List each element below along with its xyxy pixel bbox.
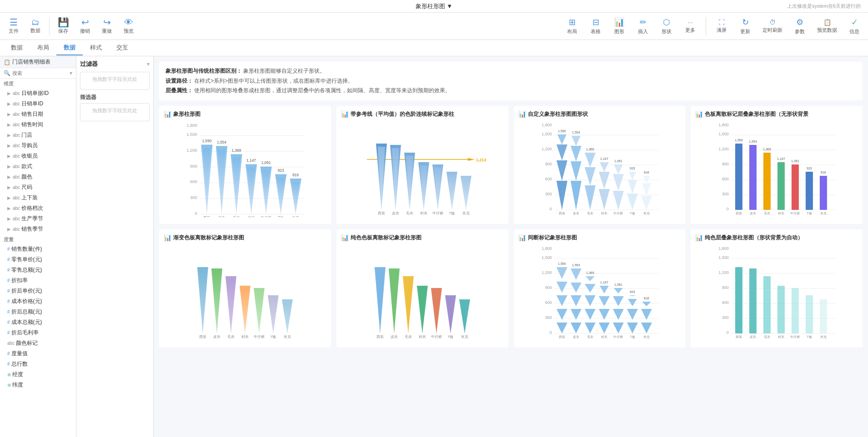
sidebar-item-label-ysbj: 颜色标记 [16,339,38,347]
toolbar-more[interactable]: ··· 更多 [680,17,700,35]
sidebar-item-zhddj[interactable]: # 折后单价(元) [0,286,76,296]
toolbar-preview[interactable]: 👁 预览 [119,16,139,36]
sidebar-item-jd[interactable]: ⊕ 经度 [0,369,76,380]
toolbar-undo-label: 撤销 [80,28,90,35]
type-badge-zhmll: # [7,330,10,335]
toolbar-chart[interactable]: 📊 图形 [609,15,629,37]
sidebar-item-wd[interactable]: ⊕ 纬度 [0,380,76,390]
tab-jiaohu[interactable]: 交互 [109,41,135,55]
sidebar-item-zkl[interactable]: # 折扣率 [0,275,76,286]
sidebar-item-ys[interactable]: ▶ abc 颜色 [0,172,76,182]
svg-text:牛仔裤: 牛仔裤 [791,212,800,215]
sidebar-item-label-dgy: 导购员 [21,142,38,149]
svg-rect-134 [778,162,785,210]
sidebar-item-lsze[interactable]: # 零售总额(元) [0,265,76,275]
svg-text:300: 300 [545,192,552,196]
filter-drop-zone[interactable]: 拖拽数字字段至此处 [80,72,150,90]
sidebar-search-input[interactable] [12,70,68,76]
type-badge-ys: abc [13,174,20,179]
svg-rect-132 [763,153,771,210]
chart-label-1: 象形柱形图 [173,110,201,118]
svg-rect-128 [735,144,743,210]
sidebar-item-label-rxxjid: 日销单据ID [21,89,49,97]
sidebar-item-xsjj[interactable]: ▶ abc 销售季节 [0,224,76,234]
tab-shuju2[interactable]: 数据 [56,41,83,55]
sidebar-item-sky[interactable]: ▶ abc 收银员 [0,151,76,161]
sidebar-item-lsdj[interactable]: # 零售单价(元) [0,254,76,265]
svg-text:900: 900 [545,162,552,166]
toolbar-undo[interactable]: ↩ 撤销 [75,16,95,36]
svg-text:皮衣: 皮衣 [213,335,221,339]
sidebar-item-rxxjid[interactable]: ▶ abc 日销单据ID [0,88,76,99]
svg-text:1,554: 1,554 [572,131,580,134]
sidebar-item-ysbj[interactable]: abc 颜色标记 [0,338,76,348]
sidebar-item-jgdc[interactable]: ▶ abc 价格档次 [0,203,76,214]
sidebar-item-xssl[interactable]: # 销售数量(件) [0,244,76,254]
toolbar-save-label: 保存 [58,28,68,35]
sidebar-item-zhze[interactable]: # 折后总额(元) [0,307,76,317]
sidebar-item-sxz[interactable]: ▶ abc 上下装 [0,193,76,203]
sidebar-table-header[interactable]: 📋 门店销售明细表 [0,56,76,68]
sidebar-item-cbze[interactable]: # 成本总额(元) [0,317,76,328]
toolbar-data[interactable]: 🗂 数据 [25,16,45,36]
filter-expand-icon[interactable]: ▾ [147,61,150,67]
toolbar-params[interactable]: ⚙ 参数 [790,15,810,37]
type-badge-ks: abc [13,164,20,169]
toolbar-timer[interactable]: ⏱ 定时刷新 [759,17,786,35]
svg-marker-104 [641,196,652,210]
toolbar-preview-data[interactable]: 📋 预览数据 [813,17,841,35]
sidebar-item-md[interactable]: ▶ abc 门店 [0,130,76,140]
sidebar-item-scjj[interactable]: ▶ abc 生产季节 [0,214,76,224]
svg-text:毛衣: 毛衣 [764,335,770,338]
svg-marker-160 [270,298,277,333]
type-badge-xssj: abc [13,122,20,127]
toolbar-shape[interactable]: ⬡ 形状 [657,15,677,37]
svg-marker-106 [642,176,650,183]
sidebar-item-cc[interactable]: ▶ abc 尺码 [0,182,76,193]
toolbar-save[interactable]: 💾 保存 [53,16,73,36]
type-badge-sxz: abc [13,195,20,200]
expand-icon-cc: ▶ [7,185,11,190]
sidebar-item-dgy[interactable]: ▶ abc 导购员 [0,140,76,151]
filter-section-drop-zone[interactable]: 拖拽数字字段至此处 [80,103,150,121]
tab-buju[interactable]: 布局 [30,41,56,55]
type-badge-xsjj: abc [13,227,20,232]
last-save-info: 上次修改是system在6天前进行的 [787,3,861,10]
svg-text:1,500: 1,500 [719,132,729,136]
sidebar-item-ks[interactable]: ▶ abc 款式 [0,161,76,172]
sidebar-item-cbpg[interactable]: # 成本价格(元) [0,296,76,307]
svg-text:毛衣: 毛衣 [587,335,593,338]
left-sidebar: 📋 门店销售明细表 🔍 ▾ 维度 ▶ abc 日销单据ID ▶ abc 日销单I… [0,56,76,437]
sidebar-item-rxdid[interactable]: ▶ abc 日销单ID [0,99,76,109]
toolbar-file[interactable]: ☰ 文件 [4,16,24,36]
document-title[interactable]: 象形柱形图 ▼ [416,2,452,10]
svg-text:900: 900 [190,164,197,169]
sidebar-item-dlz[interactable]: # 度量值 [0,348,76,359]
svg-marker-238 [641,309,652,320]
svg-text:皮衣: 皮衣 [750,212,756,215]
toolbar-info[interactable]: ✓ 信息 [844,15,864,37]
chart-svg-2: 1,213 [341,122,504,217]
toolbar-table[interactable]: ⊟ 表格 [586,15,606,37]
toolbar-chart-label: 图形 [614,28,624,35]
sidebar-item-zhmll[interactable]: # 折后毛利率 [0,328,76,338]
svg-text:夹克: 夹克 [820,212,827,215]
sidebar-item-xssj[interactable]: ▶ abc 销售时间 [0,119,76,130]
toolbar-refresh[interactable]: ↻ 更新 [735,15,755,37]
toolbar-layout[interactable]: ⊞ 布局 [562,15,582,37]
info-text-3: 使用相同的图形堆叠形成柱形图，通过调整层叠中的各项属性，如间隔、高度、宽度等来达… [194,87,451,94]
svg-text:毛衣: 毛衣 [764,212,770,215]
chart-label-2: 带参考线（平均值）的色阶连续标记象形柱 [351,110,454,118]
toolbar-data-label: 数据 [30,27,40,34]
sidebar-item-zhs[interactable]: # 总行数 [0,359,76,369]
sidebar-expand-icon[interactable]: ▾ [70,70,72,76]
tab-shuju1[interactable]: 数据 [4,41,30,55]
toolbar-fullscreen[interactable]: ⛶ 满屏 [712,17,732,35]
svg-text:0: 0 [549,207,552,211]
svg-marker-181 [447,298,454,333]
svg-text:816: 816 [292,172,299,177]
tab-yangshi[interactable]: 样式 [83,41,109,55]
toolbar-redo[interactable]: ↪ 重做 [97,16,117,36]
toolbar-insert[interactable]: ✏ 插入 [633,15,653,37]
sidebar-item-xsrq[interactable]: ▶ abc 销售日期 [0,109,76,119]
